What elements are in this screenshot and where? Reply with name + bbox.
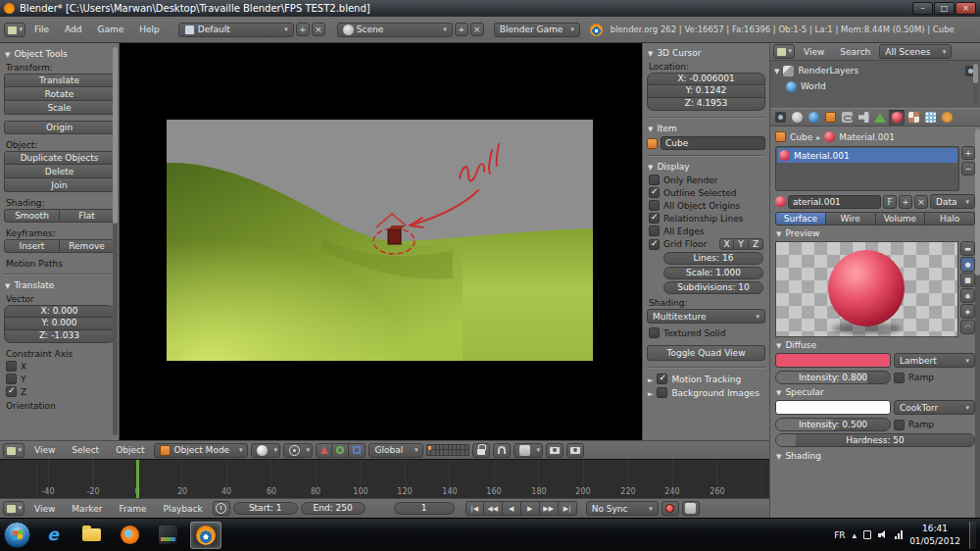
specular-shader-selector[interactable]: CookTorr bbox=[894, 400, 975, 415]
preview-sphere-button[interactable]: ● bbox=[960, 257, 975, 272]
wire-type-button[interactable]: Wire bbox=[826, 212, 876, 225]
new-material-button[interactable] bbox=[899, 195, 912, 209]
timeline-view-menu[interactable]: View bbox=[27, 504, 62, 514]
delete-button[interactable]: Delete bbox=[4, 165, 115, 178]
viewport-shading-selector[interactable] bbox=[251, 443, 280, 458]
material-slot-list[interactable]: Material.001 bbox=[775, 146, 959, 191]
scale-button[interactable]: Scale bbox=[4, 101, 115, 115]
file-menu[interactable]: File bbox=[27, 25, 56, 34]
translate-panel-header[interactable]: Translate bbox=[5, 280, 114, 290]
diffuse-shader-selector[interactable]: Lambert bbox=[894, 353, 975, 368]
grid-x-button[interactable]: X bbox=[719, 238, 734, 250]
render-tab[interactable] bbox=[772, 110, 788, 125]
preview-sky-button[interactable]: ◠ bbox=[960, 320, 975, 334]
timeline-marker-menu[interactable]: Marker bbox=[65, 504, 109, 514]
grid-y-button[interactable]: Y bbox=[734, 238, 749, 250]
snap-toggle-button[interactable] bbox=[493, 443, 511, 458]
transform-orientation-selector[interactable]: Global bbox=[368, 443, 423, 458]
remove-keyframe-button[interactable]: Remove bbox=[60, 239, 115, 253]
use-preview-range-button[interactable] bbox=[213, 501, 230, 516]
outline-selected-checkbox[interactable] bbox=[649, 187, 660, 198]
add-scene-button[interactable] bbox=[455, 23, 468, 36]
material-name-field[interactable]: aterial.001 bbox=[788, 195, 881, 209]
screen-layout-selector[interactable]: Default bbox=[178, 23, 294, 37]
timeline-playback-menu[interactable]: Playback bbox=[157, 504, 210, 514]
diffuse-ramp-checkbox[interactable] bbox=[894, 373, 905, 383]
world-tab[interactable] bbox=[806, 110, 821, 125]
cursor-y-field[interactable]: Y: 0.1242 bbox=[647, 85, 765, 98]
grid-lines-field[interactable]: Lines: 16 bbox=[663, 252, 763, 265]
timeline-frame-menu[interactable]: Frame bbox=[112, 504, 153, 514]
specular-color-swatch[interactable] bbox=[775, 400, 891, 415]
delete-scene-button[interactable] bbox=[470, 23, 484, 36]
opengl-render-button[interactable] bbox=[546, 443, 564, 458]
preview-cube-button[interactable]: ■ bbox=[960, 273, 975, 287]
object-tools-panel-header[interactable]: Object Tools bbox=[5, 49, 114, 59]
object-data-tab[interactable] bbox=[872, 110, 888, 125]
outliner-item-renderlayers[interactable]: RenderLayers bbox=[774, 63, 976, 78]
current-frame-field[interactable]: 1 bbox=[394, 502, 455, 515]
breadcrumb-material[interactable]: Material.001 bbox=[839, 132, 895, 142]
rotate-manipulator-button[interactable] bbox=[332, 443, 349, 458]
maximize-button[interactable] bbox=[934, 2, 955, 15]
show-desktop-button[interactable] bbox=[969, 522, 976, 549]
object-menu[interactable]: Object bbox=[109, 445, 151, 455]
toolshelf-scrollbar[interactable] bbox=[113, 47, 118, 435]
language-indicator[interactable]: FR bbox=[834, 530, 845, 540]
frame-end-field[interactable]: End: 250 bbox=[301, 502, 366, 515]
sync-mode-selector[interactable]: No Sync bbox=[586, 501, 659, 516]
snap-element-selector[interactable] bbox=[514, 443, 543, 458]
vector-y-field[interactable]: Y: 0.000 bbox=[4, 318, 115, 330]
background-images-panel-header[interactable]: Background Images bbox=[648, 387, 764, 398]
timeline-ruler[interactable]: -40 -20 0 20 40 60 80 100 120 140 160 18… bbox=[0, 459, 769, 498]
layer-grid[interactable] bbox=[426, 444, 469, 456]
diffuse-panel-header[interactable]: Diffuse bbox=[776, 340, 974, 350]
hardness-slider[interactable]: Hardness: 50 bbox=[775, 433, 975, 447]
specular-ramp-checkbox[interactable] bbox=[894, 420, 905, 430]
close-button[interactable] bbox=[956, 2, 976, 15]
texture-tab[interactable] bbox=[906, 110, 921, 125]
scale-manipulator-button[interactable] bbox=[349, 443, 366, 458]
all-edges-checkbox[interactable] bbox=[649, 225, 660, 236]
relationship-lines-checkbox[interactable] bbox=[649, 213, 660, 224]
properties-scrollbar[interactable] bbox=[975, 128, 980, 532]
particles-tab[interactable] bbox=[922, 110, 938, 125]
constraint-y-checkbox[interactable] bbox=[6, 374, 17, 384]
grid-scale-field[interactable]: Scale: 1.000 bbox=[663, 267, 763, 279]
delete-layout-button[interactable] bbox=[312, 23, 325, 36]
material-slot-item[interactable]: Material.001 bbox=[777, 148, 957, 163]
specular-panel-header[interactable]: Specular bbox=[776, 387, 974, 397]
translate-manipulator-button[interactable] bbox=[316, 443, 332, 458]
vector-x-field[interactable]: X: 0.000 bbox=[4, 305, 115, 318]
minimize-button[interactable] bbox=[912, 2, 933, 15]
taskbar-media-button[interactable] bbox=[152, 522, 183, 549]
jump-to-start-button[interactable]: |◀ bbox=[466, 501, 484, 516]
current-frame-marker[interactable] bbox=[136, 460, 139, 499]
object-tab[interactable] bbox=[822, 110, 838, 125]
shading-panel-header[interactable]: Shading bbox=[776, 451, 974, 461]
halo-type-button[interactable]: Halo bbox=[925, 212, 975, 225]
physics-tab[interactable] bbox=[939, 110, 955, 125]
lock-to-scene-button[interactable] bbox=[472, 443, 490, 458]
modifiers-tab[interactable] bbox=[856, 110, 871, 125]
item-name-field[interactable]: Cube bbox=[661, 136, 765, 150]
taskbar-clock[interactable]: 16:41 01/05/2012 bbox=[909, 523, 962, 546]
jump-prev-keyframe-button[interactable]: ◀◀ bbox=[484, 501, 503, 516]
only-render-checkbox[interactable] bbox=[649, 175, 660, 185]
surface-type-button[interactable]: Surface bbox=[775, 212, 826, 225]
editor-type-selector-icon[interactable] bbox=[4, 23, 25, 37]
add-layout-button[interactable] bbox=[296, 23, 310, 36]
taskbar-blender-button[interactable] bbox=[190, 522, 221, 549]
rotate-button[interactable]: Rotate bbox=[4, 87, 115, 101]
start-button[interactable] bbox=[4, 522, 30, 548]
frame-start-field[interactable]: Start: 1 bbox=[233, 502, 298, 515]
item-panel-header[interactable]: Item bbox=[648, 124, 764, 133]
add-slot-button[interactable] bbox=[961, 146, 975, 160]
constraint-z-checkbox[interactable] bbox=[6, 386, 17, 397]
textured-solid-checkbox[interactable] bbox=[649, 327, 660, 338]
cursor-x-field[interactable]: X: -0.006001 bbox=[647, 73, 765, 85]
record-button[interactable] bbox=[662, 501, 679, 516]
all-object-origins-checkbox[interactable] bbox=[649, 200, 660, 211]
network-icon[interactable] bbox=[895, 530, 903, 539]
select-menu[interactable]: Select bbox=[65, 445, 106, 455]
